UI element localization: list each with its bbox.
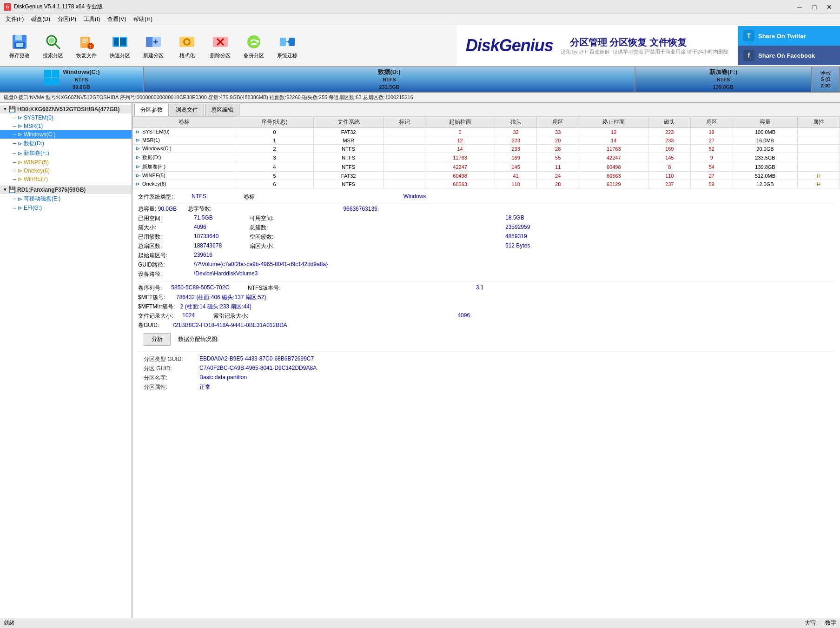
tree-disk-hd0[interactable]: ▼ 💾 HD0:KXG60ZNV512GTOSHIBA(477GB) — [0, 105, 132, 114]
logo-area: DiskGenius 分区管理 分区恢复 文件恢复 汉化 by JFF 百变妖解… — [456, 25, 738, 66]
facebook-share-button[interactable]: f Share On Facebook — [738, 46, 840, 65]
tree-item-winpe5[interactable]: ─ ⊳ WINPE(5) — [0, 158, 132, 167]
menu-file[interactable]: 文件(F) — [2, 14, 27, 24]
table-row[interactable]: ⊳ Windows(C:)2NTFS1423328117631695290.0G… — [133, 145, 840, 153]
tree-item-efig[interactable]: ─ ⊳ EFI(G:) — [0, 204, 132, 212]
tree-item-windowsc[interactable]: ─ ⊳ Windows(C:) — [0, 130, 132, 139]
menu-tools[interactable]: 工具(I) — [80, 14, 104, 24]
tree-item-system0[interactable]: ─ ⊳ SYSTEM(0) — [0, 114, 132, 122]
toolbar-new[interactable]: 新建分区 — [138, 27, 169, 64]
tree-item-winre7[interactable]: ─ ⊳ WinRE(7) — [0, 175, 132, 183]
table-cell: 12.0GB — [733, 180, 798, 188]
mft-mirr-label: $MFTMirr簇号: — [138, 303, 177, 310]
tab-browse-files[interactable]: 浏览文件 — [170, 104, 204, 116]
vol-guid-row: 卷GUID: 721BB8C2-FD18-418A-944E-0BE31A012… — [138, 321, 834, 329]
stat-device-path-row: 设备路径: \Device\HarddiskVolume3 — [138, 270, 834, 278]
toolbar-migrate[interactable]: 系统迁移 — [271, 27, 303, 64]
toolbar-format[interactable]: 格式化 — [171, 27, 203, 64]
tree-label-hd0: HD0:KXG60ZNV512GTOSHIBA(477GB) — [17, 106, 120, 113]
tree-toggle-onekey6: ─ — [11, 168, 18, 174]
disk-partition-windows-c[interactable]: Windows(C:) NTFS 90.0GB — [0, 67, 144, 92]
toolbar-delete[interactable]: 删除分区 — [205, 27, 236, 64]
toolbar-search[interactable]: 搜索分区 — [37, 27, 69, 64]
disk-bar: Windows(C:) NTFS 90.0GB 数据(D:) NTFS 233.… — [0, 67, 840, 93]
status-bar: 就绪 大写 数字 — [0, 618, 840, 628]
table-cell: 20 — [537, 136, 579, 145]
table-cell: ⊳ Onekey(6) — [133, 180, 235, 188]
tree-item-newf[interactable]: ─ ⊳ 新加卷(F:) — [0, 148, 132, 158]
tree-item-datad[interactable]: ─ ⊳ 数据(D:) — [0, 139, 132, 148]
table-cell: 139.8GB — [733, 162, 798, 172]
disk-partition-data-d[interactable]: 数据(D:) NTFS 233.5GB — [144, 67, 635, 92]
arrow-icon-3: ⊳ — [18, 131, 22, 138]
table-row[interactable]: ⊳ SYSTEM(0)0FAT32032331222319100.0MB — [133, 128, 840, 136]
tree-disk-rd1[interactable]: ▼ 💾 RD1:FanxiangF376(59GB) — [0, 185, 132, 194]
mft-mirr-value: 2 (柱面:14 磁头:233 扇区:44) — [180, 303, 251, 310]
table-cell — [798, 128, 840, 136]
main-content: ▼ 💾 HD0:KXG60ZNV512GTOSHIBA(477GB) ─ ⊳ S… — [0, 103, 840, 618]
total-clus-label: 总簇数: — [250, 224, 305, 232]
tree-item-onekey6[interactable]: ─ ⊳ Onekey(6) — [0, 167, 132, 175]
table-cell: FAT32 — [314, 172, 383, 180]
table-cell: 169 — [495, 153, 537, 162]
save-icon — [10, 33, 29, 51]
cluster-size-value: 4096 — [194, 224, 250, 232]
toolbar-save-label: 保存更改 — [9, 52, 30, 59]
tree-item-msr1[interactable]: ─ ⊳ MSR(1) — [0, 122, 132, 130]
total-sec-label: 总扇区数: — [138, 242, 194, 250]
status-left: 就绪 — [4, 619, 15, 627]
tree-label-rd1: RD1:FanxiangF376(59GB) — [17, 187, 86, 193]
maximize-button[interactable]: □ — [807, 2, 821, 12]
partition-table-container: 卷标 序号(状态) 文件系统 标识 起始柱面 磁头 扇区 终止柱面 磁头 扇区 … — [132, 116, 840, 188]
disk-partition-new-f[interactable]: 新加卷(F:) NTFS 139.8GB — [635, 67, 812, 92]
part-type-guid-label: 分区类型 GUID: — [144, 355, 199, 363]
toolbar-migrate-label: 系统迁移 — [277, 52, 298, 59]
tab-partition-params[interactable]: 分区参数 — [134, 104, 169, 116]
svg-rect-36 — [44, 78, 52, 85]
menu-view[interactable]: 查看(V) — [104, 14, 130, 24]
toolbar-save[interactable]: 保存更改 — [4, 27, 35, 64]
menu-disk[interactable]: 磁盘(D) — [27, 14, 54, 24]
table-row[interactable]: ⊳ 新加卷(F:)4NTFS422471451160498854139.8GB — [133, 162, 840, 172]
col-header-end-head: 磁头 — [648, 117, 691, 128]
menu-help[interactable]: 帮助(H) — [130, 14, 156, 24]
tree-label-newf: 新加卷(F:) — [24, 149, 49, 157]
toolbar-fast-label: 快速分区 — [110, 52, 130, 59]
toolbar-fast[interactable]: 快速分区 — [104, 27, 136, 64]
table-row[interactable]: ⊳ Onekey(6)6NTFS6056311028621292375912.0… — [133, 180, 840, 188]
toolbar-recover[interactable]: ↑ 恢复文件 — [71, 27, 102, 64]
table-row[interactable]: ⊳ WINPE(5)5FAT326049841246056311027512.0… — [133, 172, 840, 180]
close-button[interactable]: ✕ — [822, 2, 836, 12]
tree-label-efig: EFI(G:) — [24, 205, 42, 211]
table-cell: ⊳ 新加卷(F:) — [133, 162, 235, 172]
stat-total-sec-row: 总扇区数: 188743678 扇区大小: 512 Bytes — [138, 242, 834, 250]
toolbar-backup[interactable]: 备份分区 — [238, 27, 270, 64]
tree-label-winpe5: WINPE(5) — [24, 159, 49, 166]
svg-rect-35 — [52, 70, 60, 77]
app-title: D DiskGenius V5.4.1.1178 x64 专业版 — [4, 3, 103, 11]
arrow-icon-4: ⊳ — [18, 140, 22, 147]
table-cell — [383, 172, 425, 180]
table-row[interactable]: ⊳ MSR(1)1MSR1222320142332716.0MB — [133, 136, 840, 145]
twitter-share-button[interactable]: T Share On Twitter — [738, 26, 840, 46]
table-cell: ⊳ MSR(1) — [133, 136, 235, 145]
toolbar-backup-label: 备份分区 — [244, 52, 264, 59]
table-cell: ⊳ 数据(D:) — [133, 153, 235, 162]
minimize-button[interactable]: ─ — [793, 2, 807, 12]
part-name-row: 分区名字: Basic data partition — [144, 374, 829, 382]
tree-item-removable[interactable]: ─ ⊳ 可移动磁盘(E:) — [0, 194, 132, 204]
tree-label-system0: SYSTEM(0) — [24, 114, 53, 121]
analyze-button[interactable]: 分析 — [144, 333, 171, 346]
social-buttons: T Share On Twitter f Share On Facebook — [738, 25, 840, 66]
table-cell — [798, 145, 840, 153]
table-cell: 233 — [495, 145, 537, 153]
header: 保存更改 搜索分区 ↑ — [0, 25, 840, 67]
menu-partition[interactable]: 分区(P) — [54, 14, 80, 24]
table-row[interactable]: ⊳ 数据(D:)3NTFS1176316955422471459233.5GB — [133, 153, 840, 162]
tab-sector-edit[interactable]: 扇区编辑 — [205, 104, 239, 116]
table-cell: 110 — [648, 172, 691, 180]
serial-label: 卷序列号: — [138, 284, 162, 292]
table-cell: 145 — [648, 153, 691, 162]
disk-partition-ekey[interactable]: ekey S (O 2.0G — [812, 67, 840, 92]
tree-toggle-datad: ─ — [11, 141, 18, 146]
